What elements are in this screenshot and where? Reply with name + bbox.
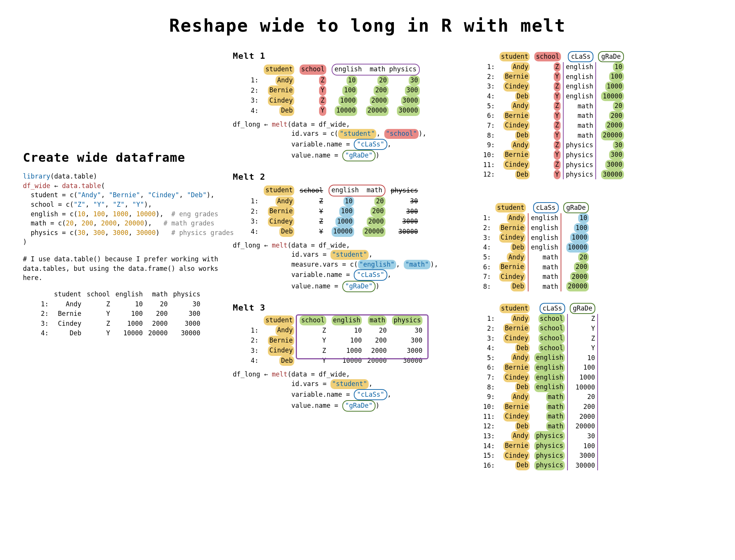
melt3-block: Melt 3 studentschoolenglishmathphysics1:… [233, 303, 469, 412]
left-column: Create wide dataframe library(data.table… [23, 51, 221, 342]
melt3-output-table: studentcLaSsgRaDe1:AndyschoolZ2:Berniesc… [481, 303, 598, 470]
melt1-block: Melt 1 studentschoolenglish math physics… [233, 51, 469, 161]
mid-column: Melt 1 studentschoolenglish math physics… [233, 51, 469, 422]
melt1-call: df_long ← melt(data = df_wide, id.vars =… [233, 120, 469, 162]
right-column: studentschoolcLaSsgRaDe1:AndyZenglish102… [481, 51, 660, 481]
create-wide-code: library(data.table) df_wide ← data.table… [23, 172, 221, 247]
melt2-block: Melt 2 studentschoolenglish mathphysics1… [233, 172, 469, 292]
melt3-call: df_long ← melt(data = df_wide, id.vars =… [233, 370, 469, 412]
create-wide-heading: Create wide dataframe [23, 150, 221, 165]
melt2-input-table: studentschoolenglish mathphysics1:AndyZ1… [248, 185, 421, 237]
melt1-output-table: studentschoolcLaSsgRaDe1:AndyZenglish102… [481, 51, 626, 179]
melt3-heading: Melt 3 [233, 303, 469, 312]
note-dt: data.table() [54, 255, 101, 263]
melt2-heading: Melt 2 [233, 172, 469, 182]
melt3-input-table: studentschoolenglishmathphysics1:AndyZ10… [248, 315, 425, 366]
note-text: # I use [23, 255, 54, 263]
melt1-input-table: studentschoolenglish math physics1:AndyZ… [248, 64, 422, 116]
page-title: Reshape wide to long in R with melt [23, 15, 712, 36]
wide-output-table: studentschoolenglishmathphysics1:AndyZ10… [38, 290, 203, 338]
create-wide-note: # I use data.table() because I prefer wo… [23, 254, 221, 283]
melt2-output-table: studentcLaSsgRaDe1:Andyenglish102:Bernie… [481, 202, 591, 291]
melt2-call: df_long ← melt(data = df_wide, id.vars =… [233, 241, 469, 292]
note-df: data.frame() [128, 265, 175, 272]
melt1-heading: Melt 1 [233, 51, 469, 61]
